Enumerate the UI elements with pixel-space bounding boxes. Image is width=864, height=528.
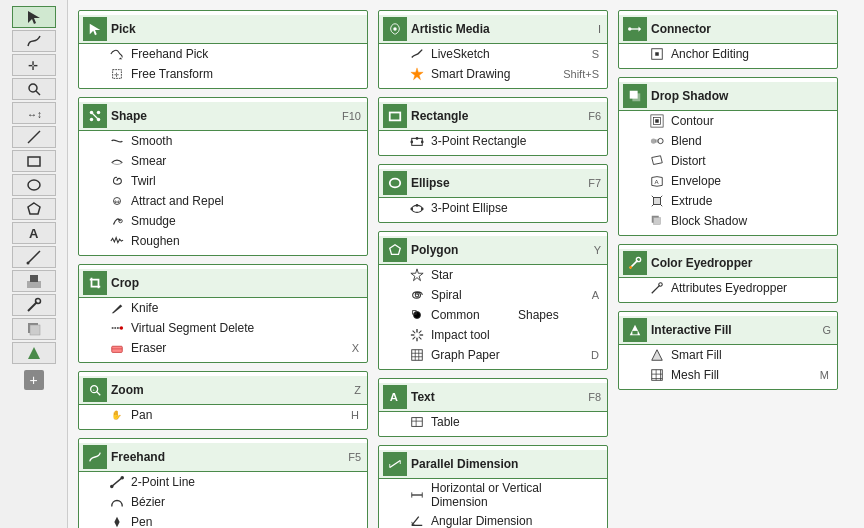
shape-group-header[interactable]: Shape F10 [79,102,367,131]
twirl-item[interactable]: Twirl [79,171,367,191]
svg-line-3 [36,91,40,95]
svg-marker-118 [652,350,663,361]
smear-item[interactable]: Smear [79,151,367,171]
dropshadow-group: Drop Shadow Contour Blend Distort [618,77,838,236]
bezier-item[interactable]: Bézier [79,492,367,512]
svg-point-11 [26,262,29,265]
interactive-fill-label: Interactive Fill [651,323,818,337]
eraser-item[interactable]: Eraser X [79,338,367,358]
dimension-header[interactable]: Parallel Dimension [379,450,607,479]
column-1: Pick Freehand Pick ✛ Free Transform [78,10,368,518]
shape-label: Shape [111,109,338,123]
block-shadow-item[interactable]: Block Shadow [619,211,837,231]
polygon-btn[interactable] [12,198,56,220]
table-item[interactable]: Table [379,412,607,432]
crop-group-header[interactable]: Crop [79,269,367,298]
zoom-group: + Zoom Z ✋ Pan H [78,371,368,430]
smart-drawing-item[interactable]: Smart Drawing Shift+S [379,64,607,84]
common-shapes-item[interactable]: Common Shapes [379,305,607,325]
horiz-dim-item[interactable]: Horizontal or Vertical Dimension [379,479,607,511]
svg-point-47 [410,141,413,144]
spiral-item[interactable]: Spiral A [379,285,607,305]
ellipse-btn[interactable] [12,174,56,196]
smart-fill-label: Smart Fill [671,348,829,362]
rectangle-header[interactable]: Rectangle F6 [379,102,607,131]
eyedropper-btn[interactable] [12,294,56,316]
common-shapes-icon [409,307,425,323]
interactive-fill-icon [623,318,647,342]
free-transform-item[interactable]: ✛ Free Transform [79,64,367,84]
eyedropper-group-icon [623,251,647,275]
svg-rect-117 [632,331,637,335]
freehand-shortcut: F5 [348,451,361,463]
pick-group-header[interactable]: Pick [79,15,367,44]
distort-item[interactable]: Distort [619,151,837,171]
vsd-item[interactable]: Virtual Segment Delete [79,318,367,338]
line-connector-btn[interactable] [12,126,56,148]
add-tool-btn[interactable]: + [24,370,44,390]
freehand-group-header[interactable]: Freehand F5 [79,443,367,472]
horiz-dim-label: Horizontal or Vertical Dimension [431,481,599,509]
3pt-ellipse-item[interactable]: 3-Point Ellipse [379,198,607,218]
twopoint-icon [109,474,125,490]
3pt-rect-item[interactable]: 3-Point Rectangle [379,131,607,151]
dropshadow-header[interactable]: Drop Shadow [619,82,837,111]
rectangle-shortcut: F6 [588,110,601,122]
graph-paper-item[interactable]: Graph Paper D [379,345,607,365]
pen-item[interactable]: Pen [79,512,367,528]
livesketch-label: LiveSketch [431,47,586,61]
select-tool-btn[interactable] [12,6,56,28]
svg-point-48 [421,141,424,144]
envelope-item[interactable]: A Envelope [619,171,837,191]
zoom-group-header[interactable]: + Zoom Z [79,376,367,405]
twirl-label: Twirl [131,174,359,188]
smooth-item[interactable]: Smooth [79,131,367,151]
angular-dim-item[interactable]: Angular Dimension [379,511,607,528]
smart-fill-item[interactable]: Smart Fill [619,345,837,365]
ellipse-header[interactable]: Ellipse F7 [379,169,607,198]
text-header[interactable]: A Text F8 [379,383,607,412]
smudge-item[interactable]: Smudge [79,211,367,231]
transform-btn[interactable]: ✛ [12,54,56,76]
rect-btn[interactable] [12,150,56,172]
star-item[interactable]: Star [379,265,607,285]
column-2: Artistic Media I LiveSketch S Smart Draw… [378,10,608,518]
zoom-btn[interactable] [12,78,56,100]
livesketch-item[interactable]: LiveSketch S [379,44,607,64]
spiral-shortcut: A [592,289,599,301]
freehand-pick-item[interactable]: Freehand Pick [79,44,367,64]
mesh-fill-item[interactable]: Mesh Fill M [619,365,837,385]
paint-btn[interactable] [12,270,56,292]
twirl-icon [109,173,125,189]
svg-rect-6 [28,157,40,166]
fill-btn[interactable] [12,342,56,364]
3pt-ellipse-icon [409,200,425,216]
pan-btn[interactable]: ↔↕ [12,102,56,124]
attract-repel-item[interactable]: ⇔ Attract and Repel [79,191,367,211]
anchor-editing-item[interactable]: Anchor Editing [619,44,837,64]
interactive-fill-header[interactable]: Interactive Fill G [619,316,837,345]
blend-item[interactable]: Blend [619,131,837,151]
polygon-header[interactable]: Polygon Y [379,236,607,265]
svg-line-38 [112,478,123,487]
extrude-label: Extrude [671,194,829,208]
roughen-icon [109,233,125,249]
blend-label: Blend [671,134,829,148]
knife-item[interactable]: Knife [79,298,367,318]
freehand-curve-btn[interactable] [12,30,56,52]
polygon-shortcut: Y [594,244,601,256]
impact-item[interactable]: Impact tool [379,325,607,345]
roughen-item[interactable]: Roughen [79,231,367,251]
svg-text:A: A [29,226,39,241]
shadow-btn[interactable] [12,318,56,340]
attr-eyedropper-item[interactable]: Attributes Eyedropper [619,278,837,298]
line-btn[interactable] [12,246,56,268]
pan-item[interactable]: ✋ Pan H [79,405,367,425]
contour-item[interactable]: Contour [619,111,837,131]
eyedropper-header[interactable]: Color Eyedropper [619,249,837,278]
text-btn[interactable]: A [12,222,56,244]
artistic-media-header[interactable]: Artistic Media I [379,15,607,44]
extrude-item[interactable]: Extrude [619,191,837,211]
connector-header[interactable]: Connector [619,15,837,44]
twopoint-item[interactable]: 2-Point Line [79,472,367,492]
